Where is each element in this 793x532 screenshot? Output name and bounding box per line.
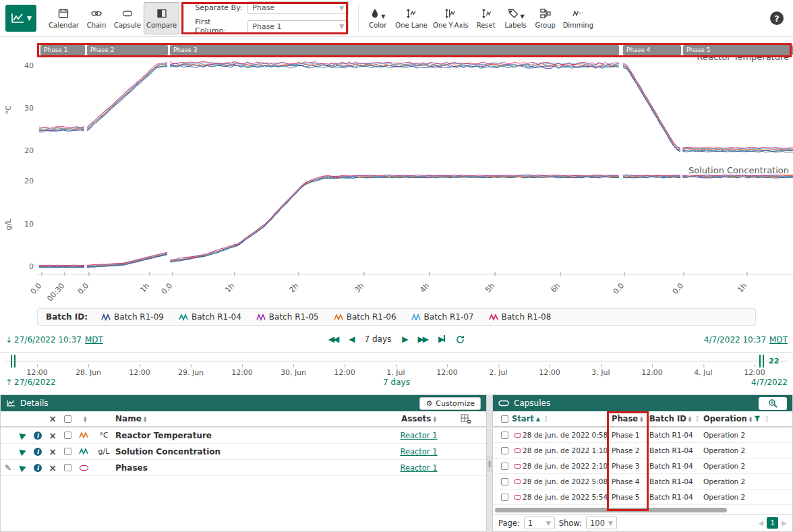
step-back-icon[interactable]: ◀ xyxy=(349,334,353,344)
slider-right-handle[interactable] xyxy=(759,355,764,367)
capsule-row[interactable]: 28 de jun. de 2022 0:58 Phase 1 Batch R1… xyxy=(493,427,792,443)
refresh-icon[interactable] xyxy=(456,335,465,344)
capsule-row[interactable]: 28 de jun. de 2022 2:10 Phase 3 Batch R1… xyxy=(493,459,792,474)
row-checkbox[interactable] xyxy=(501,447,508,454)
labels-button[interactable]: ▼ Labels xyxy=(501,2,531,34)
previous-page-icon[interactable]: ◀ xyxy=(759,519,764,527)
zoom-to-capsule-button[interactable] xyxy=(759,397,787,410)
current-page-button[interactable]: 1 xyxy=(767,517,778,529)
operation-column-header[interactable]: Operation xyxy=(703,414,747,423)
batch-id-column-header[interactable]: Batch ID xyxy=(649,414,686,423)
first-column-select[interactable]: Phase 1 ▼ xyxy=(247,20,349,33)
select-all-checkbox[interactable] xyxy=(64,415,71,423)
asset-link[interactable]: Reactor 1 xyxy=(400,463,437,473)
legend-item[interactable]: Batch R1-09 xyxy=(101,312,164,322)
details-row-reactor-temperature[interactable]: i × °C Reactor Temperature Reactor 1 xyxy=(1,427,486,444)
sort-icon[interactable]: ▲▼ xyxy=(84,415,87,422)
navigate-icon[interactable] xyxy=(19,447,27,455)
phase-bar[interactable]: Phase 1 xyxy=(40,45,85,55)
phase-bar[interactable]: Phase 4 xyxy=(623,45,681,55)
next-page-icon[interactable]: ▶ xyxy=(782,519,787,527)
column-menu-icon[interactable]: ⋮ xyxy=(542,415,550,423)
capsule-row[interactable]: 28 de jun. de 2022 1:10 Phase 2 Batch R1… xyxy=(493,443,792,459)
info-icon[interactable]: i xyxy=(34,448,42,456)
skip-to-now-icon[interactable]: ▶ xyxy=(438,334,445,344)
page-select[interactable]: 1 ▼ xyxy=(524,516,555,529)
row-checkbox[interactable] xyxy=(501,463,508,470)
details-row-phases[interactable]: ✎ i × Phases Reactor 1 xyxy=(1,460,486,476)
phase-bar[interactable]: Phase 3 xyxy=(170,45,619,55)
add-column-icon[interactable] xyxy=(461,414,471,424)
sort-icon[interactable]: ▲▼ xyxy=(144,415,147,422)
row-checkbox[interactable] xyxy=(64,448,71,455)
condition-name[interactable]: Phases xyxy=(115,460,392,475)
signal-name[interactable]: Solution Concentration xyxy=(115,444,392,459)
sort-icon[interactable]: ▲▼ xyxy=(749,415,753,422)
compare-button[interactable]: Compare xyxy=(144,2,179,34)
sort-icon[interactable]: ▲▼ xyxy=(640,415,643,422)
info-icon[interactable]: i xyxy=(34,432,42,440)
show-select[interactable]: 100 ▼ xyxy=(586,516,617,529)
one-lane-button[interactable]: One Lane xyxy=(392,2,430,34)
timeline-slider[interactable]: 22 xyxy=(0,352,793,368)
remove-icon[interactable]: × xyxy=(49,446,57,457)
step-back-large-icon[interactable]: ◀◀ xyxy=(328,334,338,344)
phase-bar[interactable]: Phase 5 xyxy=(683,45,793,55)
column-menu-icon[interactable]: ⋮ xyxy=(763,415,770,423)
horizontal-scrollbar[interactable] xyxy=(495,508,727,512)
separate-by-select[interactable]: Phase ▼ xyxy=(247,1,349,14)
timeline-duration[interactable]: 7 days xyxy=(0,378,793,387)
row-checkbox[interactable] xyxy=(501,478,508,485)
step-forward-large-icon[interactable]: ▶▶ xyxy=(418,334,428,344)
legend-item[interactable]: Batch R1-05 xyxy=(256,312,319,322)
step-forward-icon[interactable]: ▶ xyxy=(402,334,407,344)
asset-link[interactable]: Reactor 1 xyxy=(400,447,437,456)
chain-button[interactable]: Chain xyxy=(82,2,111,34)
timeline-end-date[interactable]: 4/7/2022 xyxy=(751,378,788,387)
trend-chart[interactable]: 40302020100°Cg/LReactor TemperatureSolut… xyxy=(0,37,793,307)
row-checkbox[interactable] xyxy=(501,432,508,439)
calendar-button[interactable]: Calendar xyxy=(46,2,82,34)
remove-icon[interactable]: × xyxy=(49,463,57,473)
name-column-header[interactable]: Name xyxy=(115,414,142,423)
legend-item[interactable]: Batch R1-07 xyxy=(411,312,474,322)
asset-link[interactable]: Reactor 1 xyxy=(400,431,437,440)
customize-button[interactable]: ⚙ Customize xyxy=(419,397,481,410)
row-checkbox[interactable] xyxy=(64,432,71,439)
details-row-solution-concentration[interactable]: i × g/L Solution Concentration Reactor 1 xyxy=(1,444,486,460)
row-checkbox[interactable] xyxy=(501,494,508,501)
timezone-link[interactable]: MDT xyxy=(769,335,788,345)
sort-icon[interactable]: ▲▼ xyxy=(688,415,692,422)
legend-item[interactable]: Batch R1-04 xyxy=(179,312,241,322)
capsule-time-button[interactable]: Capsule xyxy=(111,2,144,34)
dimming-button[interactable]: Dimming xyxy=(560,2,596,34)
slider-left-handle[interactable] xyxy=(11,355,16,367)
info-icon[interactable]: i xyxy=(34,464,42,472)
start-column-header[interactable]: Start xyxy=(512,414,534,423)
slider-track[interactable] xyxy=(5,361,788,361)
legend-item[interactable]: Batch R1-08 xyxy=(489,312,552,322)
worksheet-view-menu-button[interactable]: ▼ xyxy=(5,5,36,32)
panel-resize-grip[interactable]: ∥ xyxy=(487,456,492,472)
capsule-row[interactable]: 28 de jun. de 2022 5:54 Phase 5 Batch R1… xyxy=(493,490,792,505)
row-checkbox[interactable] xyxy=(64,464,71,471)
sort-icon[interactable]: ▲▼ xyxy=(433,415,436,422)
column-menu-icon[interactable]: ⋮ xyxy=(693,415,701,423)
navigate-icon[interactable] xyxy=(19,431,27,439)
group-button[interactable]: Group xyxy=(531,2,560,34)
color-button[interactable]: ▼ Color xyxy=(363,2,392,34)
signal-name[interactable]: Reactor Temperature xyxy=(115,427,392,443)
phase-bar[interactable]: Phase 2 xyxy=(87,45,168,55)
help-button[interactable]: ? xyxy=(770,11,784,25)
one-y-axis-button[interactable]: One Y-Axis xyxy=(430,2,471,34)
remove-all-icon[interactable]: × xyxy=(49,413,57,424)
assets-column-header[interactable]: Assets xyxy=(401,414,432,423)
select-all-checkbox[interactable] xyxy=(501,415,508,423)
edit-pencil-icon[interactable]: ✎ xyxy=(5,463,11,473)
navigate-icon[interactable] xyxy=(19,463,27,471)
remove-icon[interactable]: × xyxy=(49,430,57,441)
filter-funnel-icon[interactable] xyxy=(754,415,761,422)
capsule-row[interactable]: 28 de jun. de 2022 5:08 Phase 4 Batch R1… xyxy=(493,474,792,490)
legend-item[interactable]: Batch R1-06 xyxy=(334,312,396,322)
duration-label[interactable]: 7 days xyxy=(364,334,391,344)
